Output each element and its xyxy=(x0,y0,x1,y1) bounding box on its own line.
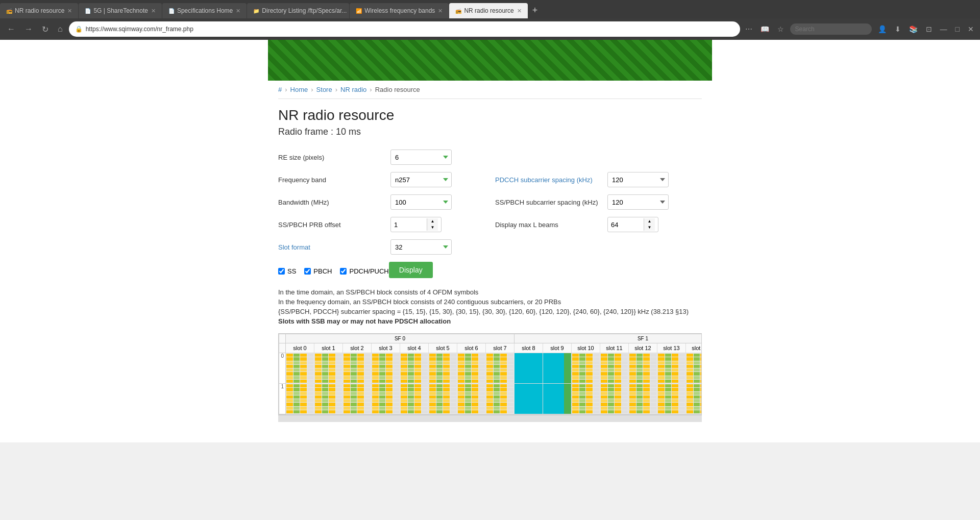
slot-9-header: slot 9 xyxy=(543,343,572,353)
reader-icon[interactable]: 📖 xyxy=(758,23,771,35)
pdcch-scs-label[interactable]: PDCCH subcarrier spacing (kHz) xyxy=(495,176,607,184)
grid-visualization[interactable]: SF 0 SF 1 slot 0 slot 1 slot 2 slot 3 sl… xyxy=(278,333,702,415)
tab-close-5[interactable]: ✕ xyxy=(438,8,443,14)
tab-specs-home[interactable]: 📄 Specifications Home ✕ xyxy=(162,3,247,18)
breadcrumb: # › Home › Store › NR radio › Radio reso… xyxy=(278,81,702,99)
ss-pbch-scs-label: SS/PBCH subcarrier spacing (kHz) xyxy=(495,199,607,206)
grid-table: SF 0 SF 1 slot 0 slot 1 slot 2 slot 3 sl… xyxy=(279,334,702,414)
tab-close-1[interactable]: ✕ xyxy=(67,8,72,14)
home-button[interactable]: ⌂ xyxy=(55,22,66,36)
address-bar[interactable]: 🔒 https://www.sqimway.com/nr_frame.php xyxy=(69,21,740,37)
ss-pbch-prb-input[interactable] xyxy=(391,219,427,231)
forward-button[interactable]: → xyxy=(21,22,36,36)
frequency-band-select[interactable]: n257 n258 n260 n261 xyxy=(390,172,452,187)
new-tab-button[interactable]: + xyxy=(528,5,542,16)
tab-5g[interactable]: 📄 5G | ShareTechnote ✕ xyxy=(79,3,162,18)
slot-2-header: slot 2 xyxy=(343,343,372,353)
breadcrumb-store[interactable]: Store xyxy=(316,86,332,93)
tab-wireless[interactable]: 📶 Wireless frequency bands ✕ xyxy=(350,3,449,18)
ss-pbch-prb-row: SS/PBCH PRB offset ▲ ▼ xyxy=(278,217,485,232)
spinner-buttons: ▲ ▼ xyxy=(427,218,438,231)
checkbox-pbch-label: PBCH xyxy=(313,267,332,275)
tab-bar: 📻 NR radio resource ✕ 📄 5G | ShareTechno… xyxy=(0,0,980,18)
ss-pbch-scs-select[interactable]: 15 30 60 120 240 xyxy=(607,194,669,210)
download-icon[interactable]: ⬇ xyxy=(893,23,903,35)
maximize-icon[interactable]: □ xyxy=(953,23,962,35)
tab-favicon-6: 📻 xyxy=(455,8,461,14)
cell-1-2 xyxy=(343,384,372,414)
page-title: NR radio resource xyxy=(278,107,702,123)
checkbox-pdch-puch[interactable]: PDCH/PUCH xyxy=(340,267,388,275)
re-size-row: RE size (pixels) 6 8 10 12 xyxy=(278,150,702,165)
checkbox-pbch-input[interactable] xyxy=(304,268,311,275)
tab-nr-radio-1[interactable]: 📻 NR radio resource ✕ xyxy=(0,3,78,18)
tab-label-5: Wireless frequency bands xyxy=(364,7,435,14)
display-max-l-buttons: ▲ ▼ xyxy=(644,218,655,231)
cell-1-5 xyxy=(429,384,457,414)
slot-format-label[interactable]: Slot format xyxy=(278,243,390,251)
cell-0-9 xyxy=(543,353,572,384)
bandwidth-select[interactable]: 50 100 200 400 xyxy=(390,194,452,210)
slot-header-row: slot 0 slot 1 slot 2 slot 3 slot 4 slot … xyxy=(279,343,702,353)
close-icon[interactable]: ✕ xyxy=(966,23,976,35)
form-section: RE size (pixels) 6 8 10 12 Frequency ban… xyxy=(278,150,702,288)
profile-icon[interactable]: 👤 xyxy=(876,23,889,35)
pdcch-scs-select[interactable]: 15 30 60 120 xyxy=(607,172,669,187)
y-label-1: 1 xyxy=(279,384,286,414)
slot-14-header: slot 14 xyxy=(686,343,702,353)
cell-1-11 xyxy=(600,384,629,414)
ss-pbch-scs-row: SS/PBCH subcarrier spacing (kHz) 15 30 6… xyxy=(495,194,702,210)
display-button[interactable]: Display xyxy=(389,262,433,278)
checkbox-pdch-puch-label: PDCH/PUCH xyxy=(349,267,388,275)
minimize-icon[interactable]: — xyxy=(938,23,949,35)
banner-pattern xyxy=(268,40,712,81)
cell-1-0 xyxy=(286,384,314,414)
reload-button[interactable]: ↻ xyxy=(39,22,52,36)
slot-6-header: slot 6 xyxy=(457,343,486,353)
menu-dots-icon[interactable]: ⋯ xyxy=(743,23,754,35)
tab-close-3[interactable]: ✕ xyxy=(236,8,240,14)
breadcrumb-home[interactable]: Home xyxy=(290,86,308,93)
browser-window: 📻 NR radio resource ✕ 📄 5G | ShareTechno… xyxy=(0,0,980,40)
slot-7-header: slot 7 xyxy=(486,343,514,353)
spinner-up[interactable]: ▲ xyxy=(427,218,438,225)
re-size-select[interactable]: 6 8 10 12 xyxy=(390,150,452,165)
spinner-down[interactable]: ▼ xyxy=(427,225,438,231)
cell-0-2 xyxy=(343,353,372,384)
back-button[interactable]: ← xyxy=(4,22,18,36)
cell-0-5 xyxy=(429,353,457,384)
tab-favicon-1: 📻 xyxy=(6,8,12,14)
display-max-l-up[interactable]: ▲ xyxy=(644,218,655,225)
checkbox-pdch-puch-input[interactable] xyxy=(340,268,347,275)
checkbox-ss-input[interactable] xyxy=(278,268,285,275)
window-icon[interactable]: ⊡ xyxy=(924,23,934,35)
ssl-lock-icon: 🔒 xyxy=(75,26,83,33)
ss-pbch-prb-label: SS/PBCH PRB offset xyxy=(278,221,390,229)
tab-favicon-2: 📄 xyxy=(85,8,91,14)
tab-favicon-5: 📶 xyxy=(356,8,362,14)
slot-0-header: slot 0 xyxy=(286,343,314,353)
tab-dir-listing[interactable]: 📁 Directory Listing /ftp/Specs/ar... ✕ xyxy=(247,3,349,18)
star-icon[interactable]: ☆ xyxy=(775,23,786,35)
display-max-l-down[interactable]: ▼ xyxy=(644,225,655,231)
display-max-l-input[interactable] xyxy=(608,219,644,231)
slot-format-select[interactable]: 28 29 30 31 32 33 34 xyxy=(390,239,452,255)
library-icon[interactable]: 📚 xyxy=(907,23,920,35)
horizontal-scrollbar[interactable] xyxy=(278,415,702,422)
cell-1-6 xyxy=(457,384,486,414)
search-input[interactable] xyxy=(790,23,872,35)
sep3: › xyxy=(335,86,337,93)
tab-nr-radio-2[interactable]: 📻 NR radio resource ✕ xyxy=(449,3,527,18)
sep1: › xyxy=(285,86,287,93)
tab-close-2[interactable]: ✕ xyxy=(151,8,156,14)
tab-close-6[interactable]: ✕ xyxy=(517,8,522,14)
breadcrumb-nr-radio[interactable]: NR radio xyxy=(340,86,366,93)
checkbox-pbch[interactable]: PBCH xyxy=(304,267,332,275)
checkbox-ss[interactable]: SS xyxy=(278,267,296,275)
cell-0-4 xyxy=(400,353,429,384)
breadcrumb-current: Radio resource xyxy=(375,86,420,93)
cell-0-3 xyxy=(372,353,400,384)
nav-bar: ← → ↻ ⌂ 🔒 https://www.sqimway.com/nr_fra… xyxy=(0,18,980,40)
cell-1-13 xyxy=(657,384,686,414)
breadcrumb-hash[interactable]: # xyxy=(278,86,282,93)
